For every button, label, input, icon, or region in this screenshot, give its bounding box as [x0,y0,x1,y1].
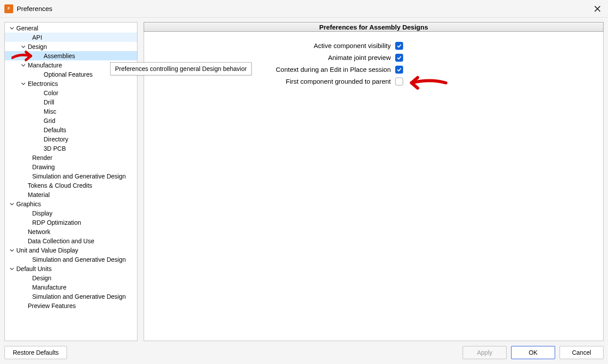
tree-item-manufacture2[interactable]: Manufacture [5,282,137,292]
tree-item-drawing[interactable]: Drawing [5,162,137,171]
tree-item-rdp[interactable]: RDP Optimization [5,218,137,227]
tree-item-datacollection[interactable]: Data Collection and Use [5,236,137,245]
tree-label: Directory [44,136,68,143]
tree-label: Simulation and Generative Design [32,173,126,180]
chevron-down-icon [9,26,15,31]
tree-item-api[interactable]: API [5,33,137,42]
titlebar: F Preferences [0,0,608,18]
tree-label: Drawing [32,163,55,171]
tree-label: Drill [44,99,54,106]
content-header: Preferences for Assembly Designs [144,22,604,32]
check-icon [397,43,402,48]
tree-item-display[interactable]: Display [5,208,137,218]
checkbox-animate-joint[interactable] [395,54,403,62]
tree-label: 3D PCB [44,145,66,152]
tree-label: Defaults [44,126,66,134]
tree-label: Electronics [28,80,58,87]
tree-label: Material [28,191,50,198]
tree-label: Data Collection and Use [28,238,94,245]
preferences-dialog: F Preferences General API Design Assembl… [0,0,608,364]
pref-row-active-visibility: Active component visibility [148,40,599,52]
pref-label: Active component visibility [148,42,391,49]
tree-label: Simulation and Generative Design [32,256,126,263]
tree-item-drill[interactable]: Drill [5,97,137,107]
tree-item-assemblies[interactable]: Assemblies [5,51,137,60]
tree-item-misc[interactable]: Misc [5,107,137,116]
tree-label: Tokens & Cloud Credits [28,182,92,189]
tree-item-design[interactable]: Design [5,42,137,51]
check-icon [397,67,402,72]
close-button[interactable] [591,3,604,15]
tree-item-material[interactable]: Material [5,190,137,199]
tree-item-grid[interactable]: Grid [5,116,137,125]
tree-item-color[interactable]: Color [5,88,137,97]
tree-item-defaults[interactable]: Defaults [5,125,137,134]
tree-item-3dpcb[interactable]: 3D PCB [5,144,137,153]
tree-label: General [16,25,38,32]
tree-label: Display [32,210,52,217]
tooltip: Preferences controlling general Design b… [110,62,252,75]
tree-item-graphics[interactable]: Graphics [5,199,137,208]
tree-label: Preview Features [28,302,76,309]
tree-item-render[interactable]: Render [5,153,137,162]
pref-row-grounded: First component grounded to parent [148,75,599,87]
pref-label: First component grounded to parent [148,78,391,85]
tree-label: RDP Optimization [32,219,81,226]
pref-row-animate-joint: Animate joint preview [148,52,599,63]
tree-label: Manufacture [32,284,67,291]
tree-item-tokens[interactable]: Tokens & Cloud Credits [5,181,137,190]
restore-defaults-button[interactable]: Restore Defaults [4,346,67,359]
ok-button[interactable]: OK [511,346,555,359]
dialog-body: General API Design Assemblies Manufactur… [0,18,608,341]
chevron-down-icon [9,266,15,271]
pref-label: Animate joint preview [148,54,391,61]
checkbox-active-visibility[interactable] [395,42,403,50]
tree-label: Default Units [16,265,52,272]
tree-item-directory[interactable]: Directory [5,134,137,144]
chevron-down-icon [21,81,26,86]
tree-item-network[interactable]: Network [5,227,137,236]
tree-item-simgen3[interactable]: Simulation and Generative Design [5,292,137,301]
checkbox-grounded[interactable] [395,78,403,85]
content-body: Active component visibility Animate join… [144,32,604,341]
tree-label: Optional Features [44,71,93,78]
tree-label: Manufacture [28,62,62,69]
check-icon [397,55,402,60]
tree-label: Assemblies [44,52,75,59]
app-icon: F [4,4,13,13]
close-icon [594,6,601,12]
tree-label: Network [28,228,50,235]
tree-label: Graphics [16,201,41,208]
tree-item-design2[interactable]: Design [5,273,137,282]
window-title: Preferences [17,5,52,12]
tree-label: Grid [44,117,55,124]
chevron-down-icon [21,44,26,49]
tree-item-defaultunits[interactable]: Default Units [5,264,137,273]
tree-item-general[interactable]: General [5,23,137,33]
tree-label: Render [32,154,52,161]
chevron-down-icon [9,248,15,253]
checkbox-edit-in-place[interactable] [395,66,403,74]
cancel-button[interactable]: Cancel [560,346,604,359]
tree-item-simgen[interactable]: Simulation and Generative Design [5,171,137,181]
tree-item-electronics[interactable]: Electronics [5,79,137,88]
tree-label: API [32,34,42,41]
tree-label: Misc [44,108,56,115]
tree-item-preview[interactable]: Preview Features [5,301,137,310]
tree-item-simgen2[interactable]: Simulation and Generative Design [5,255,137,264]
tree-item-unitvalue[interactable]: Unit and Value Display [5,245,137,255]
chevron-down-icon [9,201,15,207]
chevron-down-icon [21,63,26,68]
tree-label: Simulation and Generative Design [32,293,126,300]
apply-button[interactable]: Apply [463,346,507,359]
tree-label: Design [32,275,52,282]
tree-label: Design [28,43,47,50]
dialog-footer: Restore Defaults Apply OK Cancel [0,341,608,364]
tree-label: Unit and Value Display [16,247,78,254]
tree-label: Color [44,89,58,97]
